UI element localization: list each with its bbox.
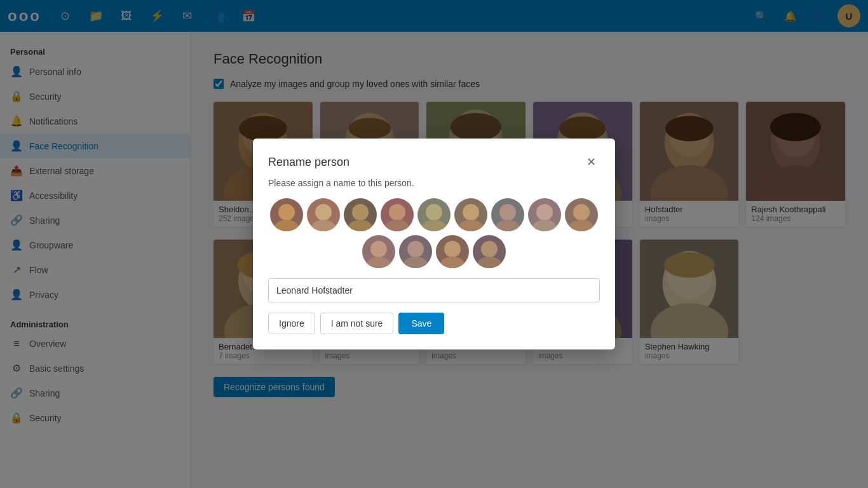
svg-point-68 [477,257,502,268]
modal-close-button[interactable]: ✕ [583,154,600,170]
svg-point-46 [311,220,336,231]
svg-point-57 [536,204,553,220]
svg-point-59 [573,204,590,220]
svg-point-60 [569,220,594,231]
svg-point-65 [444,241,461,257]
ignore-button[interactable]: Ignore [268,313,315,334]
rename-person-modal: Rename person ✕ Please assign a name to … [253,139,615,349]
face-thumb [528,198,561,231]
face-thumb [399,235,432,268]
face-thumb [417,198,451,231]
face-thumb [473,235,506,268]
svg-point-62 [366,257,391,268]
svg-point-58 [532,220,557,231]
svg-point-55 [499,204,516,220]
svg-point-67 [481,241,498,257]
modal-actions: Ignore I am not sure Save [268,313,600,334]
svg-point-45 [315,204,332,220]
face-thumb [454,198,487,231]
svg-point-44 [274,220,299,231]
svg-point-53 [463,204,479,220]
modal-description: Please assign a name to this person. [268,178,600,188]
modal-overlay: Rename person ✕ Please assign a name to … [0,0,868,488]
person-name-input[interactable] [268,278,600,302]
not-sure-button[interactable]: I am not sure [320,313,394,334]
face-thumb [307,198,340,231]
face-thumb [436,235,469,268]
svg-point-49 [389,204,405,220]
svg-point-51 [426,204,442,220]
svg-point-47 [352,204,369,220]
face-thumbnails [268,198,600,268]
svg-point-48 [348,220,373,231]
svg-point-52 [421,220,447,231]
svg-point-56 [495,220,520,231]
svg-point-63 [407,241,424,257]
face-thumb [270,198,303,231]
svg-point-54 [458,220,484,231]
modal-header: Rename person ✕ [268,154,600,170]
svg-point-64 [403,257,428,268]
svg-point-43 [278,204,295,220]
save-button[interactable]: Save [398,313,444,334]
svg-point-66 [440,257,465,268]
svg-point-50 [384,220,410,231]
face-thumb [362,235,395,268]
face-thumb [381,198,414,231]
svg-point-61 [370,241,387,257]
face-thumb [491,198,524,231]
modal-title: Rename person [268,156,349,169]
face-thumb [565,198,598,231]
face-thumb [344,198,377,231]
